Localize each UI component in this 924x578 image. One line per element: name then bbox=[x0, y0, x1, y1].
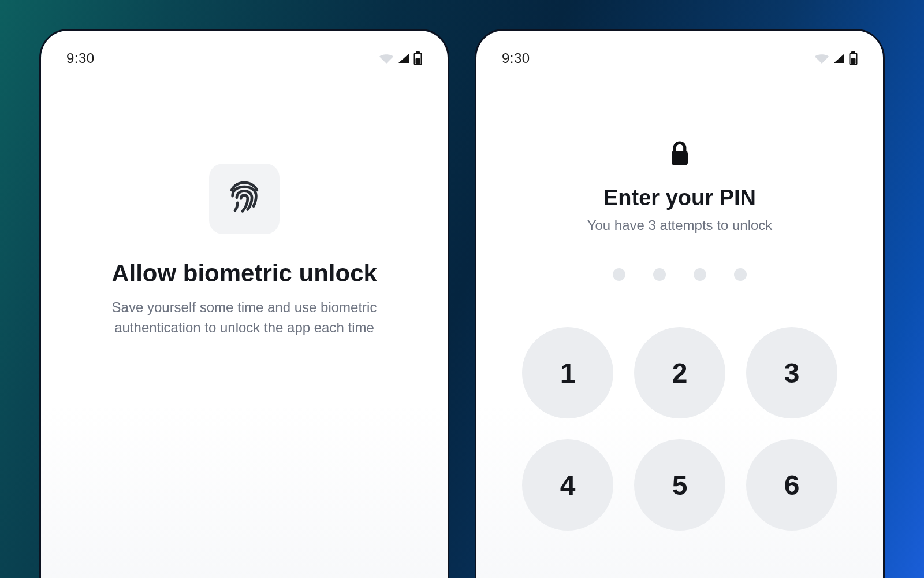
status-time: 9:30 bbox=[66, 50, 95, 66]
pin-dot bbox=[613, 268, 625, 281]
phone-inner: 9:30 bbox=[41, 31, 448, 578]
pin-title: Enter your PIN bbox=[603, 186, 756, 210]
pin-dot bbox=[653, 268, 666, 281]
status-icons bbox=[379, 51, 422, 65]
battery-icon bbox=[849, 51, 858, 65]
biometric-subtitle: Save yourself some time and use biometri… bbox=[77, 298, 412, 338]
cellular-icon bbox=[833, 53, 845, 64]
phone-biometric-screen: 9:30 bbox=[39, 29, 449, 578]
battery-icon bbox=[413, 51, 422, 65]
wifi-icon bbox=[814, 53, 829, 64]
keypad-key-3[interactable]: 3 bbox=[746, 327, 837, 418]
wifi-icon bbox=[379, 53, 394, 64]
keypad-key-4[interactable]: 4 bbox=[522, 439, 613, 531]
pin-dot bbox=[734, 268, 747, 281]
pin-content: Enter your PIN You have 3 attempts to un… bbox=[476, 140, 883, 531]
fingerprint-icon-container bbox=[209, 164, 280, 234]
biometric-content: Allow biometric unlock Save yourself som… bbox=[41, 164, 448, 338]
cellular-icon bbox=[397, 53, 410, 64]
biometric-title: Allow biometric unlock bbox=[111, 260, 377, 287]
fingerprint-icon bbox=[224, 177, 264, 220]
status-bar: 9:30 bbox=[41, 40, 448, 77]
phone-inner: 9:30 Enter your PIN Yo bbox=[476, 31, 883, 578]
keypad-key-2[interactable]: 2 bbox=[634, 327, 725, 418]
pin-dot bbox=[694, 268, 706, 281]
svg-rect-5 bbox=[851, 58, 856, 64]
pin-keypad: 1 2 3 4 5 6 bbox=[522, 327, 837, 531]
lock-icon bbox=[668, 140, 692, 172]
keypad-key-5[interactable]: 5 bbox=[634, 439, 725, 531]
svg-rect-6 bbox=[672, 151, 688, 165]
keypad-key-1[interactable]: 1 bbox=[522, 327, 613, 418]
pin-dots bbox=[613, 268, 747, 281]
pin-subtitle: You have 3 attempts to unlock bbox=[587, 217, 773, 234]
status-bar: 9:30 bbox=[476, 40, 883, 77]
status-time: 9:30 bbox=[502, 50, 530, 66]
phone-pin-screen: 9:30 Enter your PIN Yo bbox=[475, 29, 885, 578]
keypad-key-6[interactable]: 6 bbox=[746, 439, 837, 531]
svg-rect-2 bbox=[416, 58, 420, 64]
status-icons bbox=[814, 51, 858, 65]
